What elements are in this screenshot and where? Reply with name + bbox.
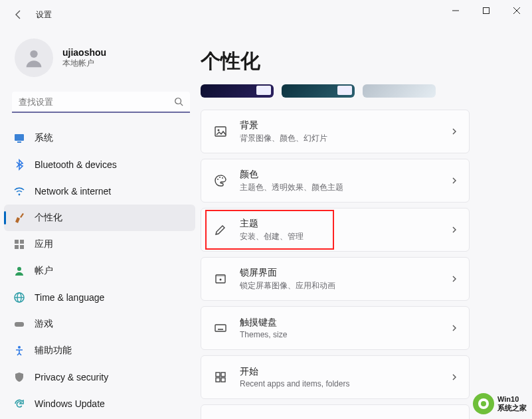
svg-point-40 <box>481 401 486 406</box>
nav-item-2[interactable]: Network & internet <box>4 178 195 205</box>
profile[interactable]: ujiaoshou 本地帐户 <box>0 39 201 89</box>
option-title: 锁屏界面 <box>240 267 450 279</box>
nav-item-label: Windows Update <box>35 398 105 409</box>
svg-rect-10 <box>15 245 19 249</box>
main: 个性化 背景 背景图像、颜色、幻灯片 颜色 主题色、透明效果、颜色主题 主题 安… <box>201 29 532 419</box>
person-icon <box>23 46 45 69</box>
nav-item-label: Bluetooth & devices <box>35 159 117 170</box>
apps-icon <box>13 238 25 250</box>
profile-sub: 本地帐户 <box>62 58 106 69</box>
chevron-right-icon <box>450 275 458 283</box>
back-button[interactable] <box>9 5 28 24</box>
svg-rect-6 <box>17 141 21 143</box>
watermark-line2: 系统之家 <box>497 404 527 412</box>
svg-point-19 <box>218 129 220 131</box>
svg-rect-32 <box>216 373 220 377</box>
palette-icon <box>212 174 229 187</box>
svg-rect-35 <box>221 378 225 382</box>
sidebar: ujiaoshou 本地帐户 系统Bluetooth & devicesNetw… <box>0 29 201 419</box>
search-box <box>12 92 190 113</box>
maximize-button[interactable] <box>471 0 501 21</box>
svg-point-21 <box>219 177 221 178</box>
window-controls <box>440 0 532 21</box>
option-lock[interactable]: 锁屏界面 锁定屏幕图像、应用和动画 <box>201 257 470 301</box>
nav-item-8[interactable]: 辅助功能 <box>4 337 195 364</box>
option-title: 背景 <box>240 120 450 131</box>
globe-icon <box>13 292 25 303</box>
monitor-icon <box>13 132 25 144</box>
chevron-right-icon <box>450 324 458 332</box>
svg-point-17 <box>18 346 21 349</box>
image-icon <box>212 125 229 138</box>
svg-rect-5 <box>15 134 24 141</box>
chevron-right-icon <box>450 226 458 234</box>
option-sub: Themes, size <box>240 330 450 339</box>
nav-item-4[interactable]: 应用 <box>4 231 195 258</box>
svg-rect-33 <box>221 373 225 377</box>
nav-list: 系统Bluetooth & devicesNetwork & internet个… <box>0 125 201 417</box>
nav-item-9[interactable]: Privacy & security <box>4 364 195 390</box>
pencil-icon <box>212 223 229 236</box>
svg-point-7 <box>19 194 21 196</box>
nav-item-3[interactable]: 个性化 <box>4 205 195 231</box>
option-image[interactable]: 背景 背景图像、颜色、幻灯片 <box>201 110 470 153</box>
option-sub: 主题色、透明效果、颜色主题 <box>240 182 450 193</box>
theme-thumb-3[interactable] <box>363 84 436 98</box>
option-sub: 锁定屏幕图像、应用和动画 <box>240 280 450 292</box>
chevron-right-icon <box>450 373 458 381</box>
svg-point-25 <box>220 279 222 281</box>
nav-item-1[interactable]: Bluetooth & devices <box>4 151 195 178</box>
minimize-button[interactable] <box>440 0 471 21</box>
update-icon <box>13 398 25 410</box>
options-list: 背景 背景图像、颜色、幻灯片 颜色 主题色、透明效果、颜色主题 主题 安装、创建… <box>201 110 470 419</box>
svg-rect-16 <box>15 322 24 327</box>
nav-item-0[interactable]: 系统 <box>4 125 195 151</box>
option-sub: 安装、创建、管理 <box>240 231 450 242</box>
nav-item-label: 系统 <box>35 132 53 144</box>
nav-item-10[interactable]: Windows Update <box>4 390 195 417</box>
watermark-line1: Win10 <box>497 395 527 404</box>
wifi-icon <box>13 185 25 197</box>
close-icon <box>513 7 520 14</box>
svg-point-3 <box>175 98 181 104</box>
search-icon <box>174 97 183 106</box>
theme-thumb-2[interactable] <box>282 84 355 98</box>
maximize-icon <box>483 7 489 14</box>
option-sub: 背景图像、颜色、幻灯片 <box>240 133 450 144</box>
nav-item-6[interactable]: Time & language <box>4 284 195 311</box>
nav-item-label: Privacy & security <box>35 372 108 382</box>
theme-thumb-1[interactable] <box>201 84 274 98</box>
bluetooth-icon <box>13 159 25 171</box>
svg-rect-34 <box>216 378 220 382</box>
option-palette[interactable]: 颜色 主题色、透明效果、颜色主题 <box>201 159 470 203</box>
theme-thumbnails <box>201 84 516 98</box>
watermark-badge-icon <box>472 392 495 415</box>
svg-line-4 <box>181 104 183 106</box>
window-title: 设置 <box>36 9 52 21</box>
chevron-right-icon <box>450 127 458 135</box>
svg-rect-11 <box>20 245 24 249</box>
nav-item-label: 辅助功能 <box>35 345 72 357</box>
nav-item-label: 个性化 <box>35 212 62 224</box>
titlebar: 设置 <box>0 0 532 29</box>
shield-icon <box>13 371 25 383</box>
svg-rect-26 <box>215 325 226 331</box>
option-pencil[interactable]: 主题 安装、创建、管理 <box>201 208 470 252</box>
search-input[interactable] <box>12 92 190 113</box>
nav-item-7[interactable]: 游戏 <box>4 311 195 337</box>
accessibility-icon <box>13 345 25 357</box>
svg-point-12 <box>17 267 21 271</box>
option-keyboard[interactable]: 触摸键盘 Themes, size <box>201 306 470 350</box>
option-sub: Recent apps and items, folders <box>240 379 450 388</box>
nav-item-label: Time & language <box>35 292 104 303</box>
option-title: 颜色 <box>240 169 450 181</box>
nav-item-label: 应用 <box>35 238 53 250</box>
option-start[interactable]: 开始 Recent apps and items, folders <box>201 355 470 399</box>
nav-item-label: 游戏 <box>35 318 53 330</box>
start-icon <box>212 371 229 384</box>
svg-rect-8 <box>15 240 19 244</box>
option-taskbar[interactable]: 任务栏 <box>201 404 470 419</box>
nav-item-5[interactable]: 帐户 <box>4 258 195 284</box>
close-button[interactable] <box>501 0 532 21</box>
gamepad-icon <box>13 318 25 330</box>
